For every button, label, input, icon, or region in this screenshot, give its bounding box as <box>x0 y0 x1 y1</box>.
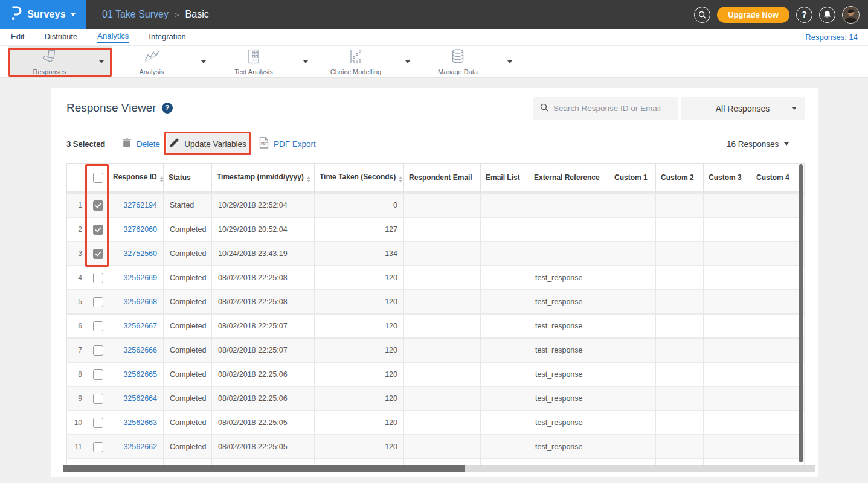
response-id-link[interactable]: 32562662 <box>123 443 157 451</box>
update-variables-button[interactable]: Update Variables <box>167 133 249 154</box>
manage-data-dropdown-caret[interactable] <box>499 46 521 77</box>
help-icon[interactable]: ? <box>796 7 812 23</box>
column-header-timestamp[interactable]: Timestamp (mm/dd/yyyy) <box>212 164 315 194</box>
cell-external_reference: test_response <box>529 315 609 339</box>
response-id-link[interactable]: 32762060 <box>123 225 157 234</box>
analysis-tool-button[interactable]: Analysis <box>111 46 193 77</box>
cell-email_list <box>481 266 529 290</box>
sort-icon[interactable] <box>160 176 164 182</box>
cell-timestamp: 08/02/2018 22:25:04 <box>212 459 315 465</box>
choice-modelling-dropdown-caret[interactable] <box>397 46 419 77</box>
cell-time_taken: 120 <box>315 411 404 435</box>
cell-respondent_email <box>404 459 481 465</box>
cell-email_list <box>481 459 529 465</box>
response-viewer-help-icon[interactable]: ? <box>162 103 173 114</box>
row-checkbox[interactable] <box>93 321 103 331</box>
breadcrumb-survey-link[interactable]: 01 Take Survey <box>102 9 169 20</box>
row-checkbox[interactable] <box>93 225 103 235</box>
horizontal-scrollbar-thumb[interactable] <box>63 465 465 472</box>
surveys-menu-button[interactable]: Surveys <box>0 0 86 29</box>
row-checkbox[interactable] <box>93 345 103 356</box>
response-id-link[interactable]: 32562665 <box>123 370 157 379</box>
cell-respondent_email <box>404 339 481 363</box>
row-checkbox[interactable] <box>93 394 103 404</box>
cell-status: Completed <box>164 218 212 242</box>
tab-analytics[interactable]: Analytics <box>97 31 129 43</box>
search-icon[interactable] <box>694 7 710 23</box>
pdf-export-label: PDF Export <box>274 139 316 149</box>
notifications-bell-icon[interactable] <box>819 7 835 23</box>
response-id-link[interactable]: 32752560 <box>123 249 157 258</box>
text-analysis-dropdown-caret[interactable] <box>295 46 317 77</box>
row-checkbox[interactable] <box>93 249 103 259</box>
row-checkbox[interactable] <box>93 297 103 307</box>
cell-external_reference: test_response <box>529 459 609 465</box>
cell-status: Started <box>164 194 212 218</box>
cell-custom3 <box>704 266 751 290</box>
row-checkbox-cell <box>88 218 108 242</box>
upgrade-now-button[interactable]: Upgrade Now <box>717 7 789 23</box>
response-id-cell: 32562666 <box>108 339 164 363</box>
row-checkbox-cell <box>88 459 108 465</box>
sort-icon[interactable] <box>307 176 310 182</box>
cell-respondent_email <box>404 290 481 315</box>
text-analysis-tool-button[interactable]: Text Analysis <box>213 46 295 77</box>
analysis-dropdown-caret[interactable] <box>193 46 214 77</box>
response-id-link[interactable]: 32562669 <box>123 273 157 282</box>
column-header-id[interactable]: Response ID <box>108 164 164 194</box>
responses-dropdown-caret[interactable] <box>91 46 112 77</box>
cell-timestamp: 08/02/2018 22:25:06 <box>212 387 315 411</box>
cell-status: Completed <box>164 459 212 465</box>
table-row: 132762194Started10/29/2018 22:52:040 <box>67 194 805 218</box>
toolbar-group-manage-data: Manage Data <box>417 46 521 77</box>
manage-data-tool-button[interactable]: Manage Data <box>417 46 499 77</box>
responses-tool-button[interactable]: Responses <box>8 46 91 77</box>
row-checkbox[interactable] <box>93 418 103 428</box>
response-filter-dropdown[interactable]: All Responses <box>681 97 805 120</box>
choice-modelling-tool-button[interactable]: Choice Modelling <box>315 46 397 77</box>
cell-external_reference: test_response <box>529 387 609 411</box>
cell-time_taken: 134 <box>315 242 404 266</box>
tab-distribute[interactable]: Distribute <box>44 32 77 42</box>
line-chart-icon <box>143 48 161 67</box>
avatar[interactable] <box>842 6 860 24</box>
response-id-link[interactable]: 32562667 <box>123 322 157 330</box>
delete-button[interactable]: Delete <box>123 132 160 156</box>
cell-custom3 <box>704 339 751 363</box>
column-header-time_taken[interactable]: Time Taken (Seconds) <box>315 164 404 194</box>
column-header-label: Status <box>169 173 191 182</box>
response-id-link[interactable]: 32762194 <box>123 201 157 210</box>
cell-external_reference: test_response <box>529 363 609 387</box>
cell-status: Completed <box>164 435 212 459</box>
response-id-link[interactable]: 32562663 <box>123 418 157 427</box>
row-checkbox[interactable] <box>93 273 103 283</box>
responses-count-dropdown[interactable]: 16 Responses <box>727 132 789 156</box>
tab-edit[interactable]: Edit <box>11 32 24 42</box>
sort-icon[interactable] <box>399 176 402 182</box>
cell-email_list <box>481 218 529 242</box>
row-number: 5 <box>67 290 88 315</box>
breadcrumb-separator: > <box>175 10 179 19</box>
search-input[interactable] <box>553 104 668 113</box>
toolbar-group-choice-modelling: Choice Modelling <box>315 46 419 77</box>
toolbar-group-responses: Responses <box>8 46 112 77</box>
response-id-link[interactable]: 32562668 <box>123 298 157 306</box>
horizontal-scrollbar-track[interactable] <box>63 465 815 472</box>
cell-external_reference: test_response <box>529 435 609 459</box>
vertical-scrollbar[interactable] <box>799 164 803 462</box>
update-variables-label: Update Variables <box>184 139 246 149</box>
response-id-link[interactable]: 32562666 <box>123 346 157 354</box>
row-checkbox-cell <box>88 411 108 435</box>
cell-external_reference: test_response <box>529 290 609 315</box>
pdf-export-button[interactable]: PDF PDF Export <box>259 132 316 156</box>
row-checkbox[interactable] <box>93 442 103 452</box>
row-checkbox[interactable] <box>93 200 103 211</box>
cell-external_reference: test_response <box>529 266 609 290</box>
column-header-custom4: Custom 4 <box>751 164 805 194</box>
page-title: Response Viewer <box>66 101 156 115</box>
cell-respondent_email <box>404 411 481 435</box>
select-all-checkbox[interactable] <box>93 173 103 183</box>
row-checkbox[interactable] <box>93 369 103 380</box>
response-id-link[interactable]: 32562664 <box>123 394 157 403</box>
tab-integration[interactable]: Integration <box>149 32 185 42</box>
